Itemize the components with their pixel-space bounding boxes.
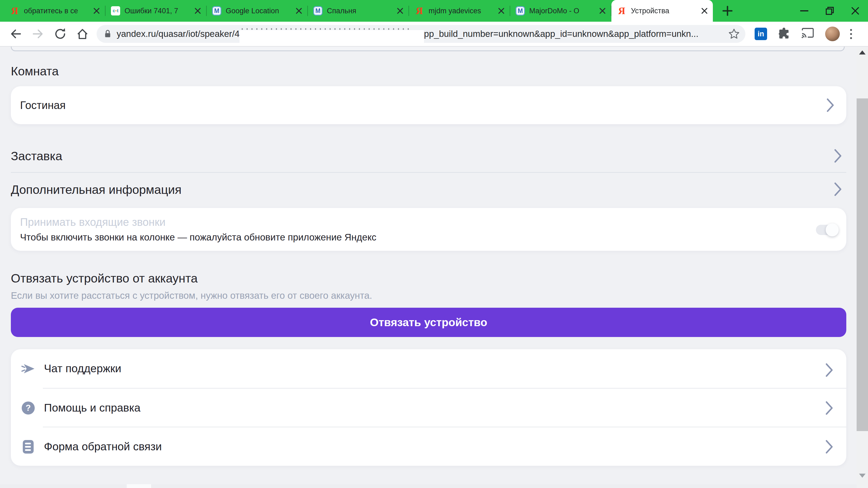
chevron-right-icon — [834, 149, 842, 163]
chat-icon — [21, 362, 35, 376]
yandex-favicon-icon: Я — [414, 6, 424, 16]
yandex-favicon-icon: Я — [10, 6, 20, 16]
new-tab-button[interactable] — [719, 3, 736, 19]
linkedin-extension-icon[interactable]: in — [755, 28, 767, 40]
minimize-button[interactable] — [792, 0, 817, 22]
tab-close-icon[interactable] — [396, 6, 405, 15]
close-window-button[interactable] — [842, 0, 868, 22]
feedback-form-row[interactable]: Форма обратной связи — [11, 427, 846, 466]
tab-close-icon[interactable] — [598, 6, 607, 15]
yandex-favicon-icon: Я — [617, 6, 627, 16]
tab-close-icon[interactable] — [497, 6, 506, 15]
vertical-scrollbar[interactable] — [857, 47, 868, 484]
toggle-knob — [826, 223, 839, 236]
chevron-right-icon — [825, 363, 833, 378]
tab-errors[interactable]: c • t Ошибки 7401, 7 — [105, 0, 206, 22]
tab-devices-active[interactable]: Я Устройства — [611, 0, 713, 22]
support-links-card: Чат поддержки ? Помощь и справка — [11, 349, 846, 466]
majordomo-favicon-icon: M — [313, 6, 322, 15]
tab-strip: Я обратитесь в се c • t Ошибки 7401, 7 — [4, 0, 713, 22]
home-button[interactable] — [73, 24, 92, 44]
tab-title: Спальня — [327, 7, 396, 15]
vertical-scroll-thumb[interactable] — [857, 98, 868, 431]
majordomo-favicon-icon: M — [516, 6, 525, 15]
scrolled-card-remnant — [11, 46, 845, 51]
plus-icon — [721, 5, 734, 17]
feedback-icon — [21, 440, 35, 454]
tab-close-icon[interactable] — [700, 6, 709, 15]
reload-button[interactable] — [51, 24, 70, 44]
tab-close-icon[interactable] — [92, 6, 101, 15]
home-icon — [76, 27, 89, 40]
extensions-button[interactable] — [777, 27, 790, 41]
tab-close-icon[interactable] — [193, 6, 203, 15]
horizontal-scroll-thumb[interactable] — [127, 484, 151, 488]
cast-button[interactable] — [801, 27, 815, 41]
browser-window: Я обратитесь в се c • t Ошибки 7401, 7 — [0, 0, 868, 488]
room-value: Гостиная — [20, 99, 66, 111]
help-row[interactable]: ? Помощь и справка — [11, 389, 846, 427]
question-glyph: ? — [26, 403, 31, 413]
url-fragment-marks — [242, 28, 410, 30]
back-button[interactable] — [6, 24, 26, 44]
url-prefix: yandex.ru/quasar/iot/speaker/4 — [117, 29, 240, 39]
horizontal-scrollbar[interactable] — [0, 484, 857, 488]
close-window-icon — [850, 6, 860, 15]
unlink-subtitle: Если вы хотите расстаться с устройством,… — [11, 290, 372, 301]
forward-button[interactable] — [28, 24, 48, 44]
tab-title: Устройства — [631, 7, 700, 15]
support-chat-label: Чат поддержки — [44, 362, 121, 375]
tab-mjdm-yadevices[interactable]: Я mjdm yadevices — [409, 0, 510, 22]
incoming-calls-toggle[interactable] — [816, 225, 838, 235]
unlink-device-button[interactable]: Отвязать устройство — [11, 308, 846, 337]
lock-icon — [104, 29, 112, 38]
scroll-up-arrow-icon[interactable] — [859, 51, 866, 55]
room-card[interactable]: Гостиная — [11, 86, 846, 124]
tab-support-chat[interactable]: Я обратитесь в се — [4, 0, 105, 22]
back-icon — [9, 27, 22, 40]
cast-icon — [801, 27, 815, 40]
restore-button[interactable] — [817, 0, 842, 22]
incoming-calls-title: Принимать входящие звонки — [20, 216, 165, 228]
incoming-calls-card: Принимать входящие звонки Чтобы включить… — [11, 208, 846, 251]
cit-dot: • — [115, 9, 117, 13]
tab-close-icon[interactable] — [294, 6, 304, 15]
additional-info-label: Дополнительная информация — [11, 183, 182, 197]
cit-letter-right: t — [117, 8, 118, 13]
restore-icon — [825, 6, 834, 15]
bookmark-button[interactable] — [728, 28, 740, 40]
scroll-down-arrow-icon[interactable] — [859, 474, 866, 478]
chevron-right-icon — [834, 182, 842, 197]
reload-icon — [54, 27, 67, 40]
section-divider — [11, 172, 846, 173]
feedback-label: Форма обратной связи — [44, 440, 162, 453]
browser-menu-button[interactable] — [850, 29, 852, 39]
support-chat-row[interactable]: Чат поддержки — [11, 349, 846, 388]
tab-google-location[interactable]: M Google Location — [207, 0, 307, 22]
help-icon: ? — [21, 401, 35, 415]
unlink-button-label: Отвязать устройство — [370, 316, 487, 329]
tab-title: MajorDoMo - O — [529, 7, 598, 15]
page-content: Комната Гостиная Заставка Дополнительная… — [0, 47, 868, 484]
dot — [850, 29, 852, 31]
puzzle-icon — [777, 27, 790, 40]
unlink-section-heading: Отвязать устройство от аккаунта — [11, 272, 198, 285]
dot — [850, 33, 852, 35]
window-controls — [792, 0, 868, 22]
tab-bedroom[interactable]: M Спальня — [308, 0, 408, 22]
profile-avatar[interactable] — [825, 27, 840, 41]
url-suffix: pp_build_number=unknown&app_id=unknown&a… — [424, 29, 699, 39]
tab-title: Google Location — [226, 7, 294, 15]
help-label: Помощь и справка — [44, 401, 141, 414]
tab-title: обратитесь в се — [24, 7, 92, 15]
address-bar[interactable]: yandex.ru/quasar/iot/speaker/4 pp_build_… — [97, 25, 745, 43]
tab-majordomo[interactable]: M MajorDoMo - O — [510, 0, 611, 22]
incoming-calls-description: Чтобы включить звонки на колонке — пожал… — [20, 232, 376, 242]
forward-icon — [31, 27, 44, 40]
chevron-right-icon — [826, 98, 834, 112]
minimize-icon — [800, 10, 808, 11]
majordomo-favicon-icon: M — [212, 6, 221, 15]
chevron-right-icon — [825, 440, 833, 454]
browser-toolbar: yandex.ru/quasar/iot/speaker/4 pp_build_… — [0, 22, 868, 46]
cit-favicon-icon: c • t — [111, 6, 120, 15]
